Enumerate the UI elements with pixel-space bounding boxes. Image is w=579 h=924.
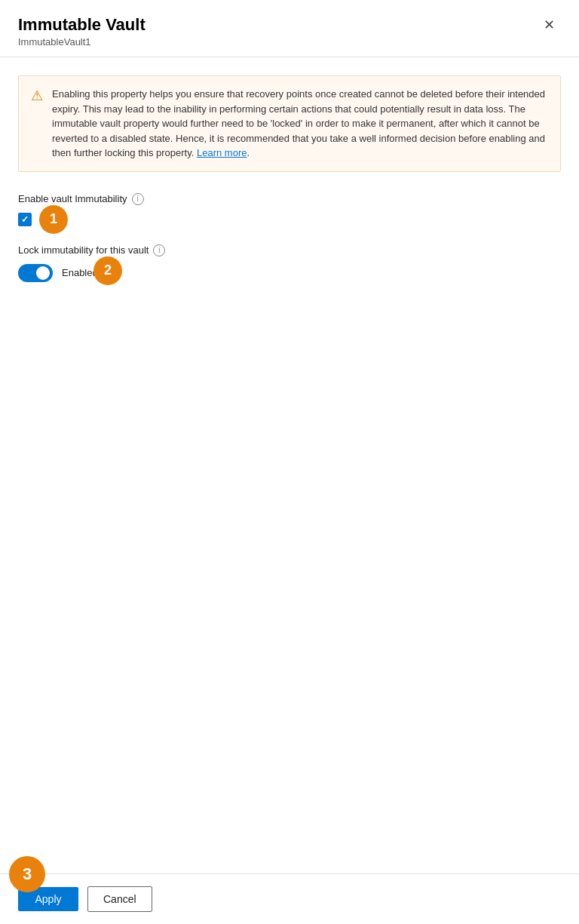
lock-info-icon[interactable]: i xyxy=(153,244,165,256)
learn-more-link[interactable]: Learn more xyxy=(197,147,247,158)
warning-icon: ⚠ xyxy=(31,87,43,161)
panel-footer: 3 Apply Cancel xyxy=(0,873,579,924)
toggle-knob xyxy=(36,266,50,280)
lock-toggle-switch[interactable] xyxy=(18,264,53,282)
panel-header: Immutable Vault ImmutableVault1 ✕ xyxy=(0,0,579,57)
step-badge-3: 3 xyxy=(9,856,45,892)
lock-section: Lock immutability for this vault i Enabl… xyxy=(18,244,561,282)
warning-box: ⚠ Enabling this property helps you ensur… xyxy=(18,75,561,172)
immutability-label: Enable vault Immutability i xyxy=(18,193,561,205)
checkbox-check-icon: ✓ xyxy=(21,215,29,224)
immutability-checkbox-row: ✓ 1 xyxy=(18,213,561,226)
immutability-info-icon[interactable]: i xyxy=(132,193,144,205)
panel-content: ⚠ Enabling this property helps you ensur… xyxy=(0,57,579,596)
close-button[interactable]: ✕ xyxy=(538,15,561,35)
immutability-checkbox[interactable]: ✓ xyxy=(18,213,32,226)
immutability-section: Enable vault Immutability i ✓ 1 xyxy=(18,193,561,226)
step-badge-2: 2 xyxy=(93,256,122,285)
cancel-button[interactable]: Cancel xyxy=(87,886,152,912)
lock-toggle-row: Enabled 2 xyxy=(18,264,561,282)
panel-subtitle: ImmutableVault1 xyxy=(18,36,146,48)
immutable-vault-panel: Immutable Vault ImmutableVault1 ✕ ⚠ Enab… xyxy=(0,0,579,924)
lock-label: Lock immutability for this vault i xyxy=(18,244,561,256)
lock-toggle-label: Enabled xyxy=(62,267,98,278)
panel-title: Immutable Vault xyxy=(18,15,146,35)
panel-header-left: Immutable Vault ImmutableVault1 xyxy=(18,15,146,48)
warning-text: Enabling this property helps you ensure … xyxy=(52,87,548,161)
step-badge-1: 1 xyxy=(39,205,68,234)
